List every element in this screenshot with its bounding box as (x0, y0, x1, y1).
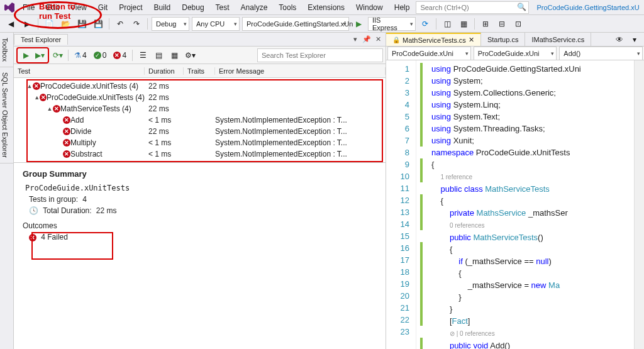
summary-failed: ✕ 4 Failed (29, 233, 377, 241)
fail-count[interactable]: ✕4 (111, 51, 129, 60)
col-error[interactable]: Error Message (215, 67, 386, 75)
search-icon: 🔍 (517, 3, 526, 11)
vs-logo-icon (4, 2, 16, 13)
undo-button[interactable]: ↶ (113, 17, 127, 31)
document-tabs: 🔒MathServiceTests.cs ✕Startup.csIMathsSe… (386, 33, 644, 47)
menu-help[interactable]: Help (389, 2, 415, 13)
toolbar-btn-4[interactable]: ⊟ (495, 17, 509, 31)
redo-button[interactable]: ↷ (130, 17, 143, 31)
test-tree: ▲✕ ProCodeGuide.xUnitTests (4)22 ms▲✕ Pr… (14, 78, 386, 162)
menu-extensions[interactable]: Extensions (303, 2, 350, 13)
menu-analyze[interactable]: Analyze (236, 2, 273, 13)
menu-tools[interactable]: Tools (274, 2, 301, 13)
platform-combo[interactable]: Any CPU (192, 17, 240, 31)
test-row[interactable]: ✕ Add< 1 msSystem.NotImplementedExceptio… (14, 114, 386, 126)
test-columns: Test Duration Traits Error Message (14, 64, 386, 78)
code-editor[interactable]: 1234567891011121314151617181920212223 us… (386, 60, 644, 349)
group-summary: Group Summary ProCodeGuide.xUnitTests Te… (14, 162, 386, 349)
new-project-button[interactable]: 📄 (42, 17, 56, 31)
sidetab-toolbox[interactable]: Toolbox (0, 33, 13, 67)
col-duration[interactable]: Duration (145, 67, 184, 75)
group-by-icon[interactable]: ☰ (136, 48, 150, 62)
menu-debug[interactable]: Debug (177, 2, 209, 13)
menu-edit[interactable]: Edit (41, 2, 64, 13)
nav-bar: ProCodeGuide.xUni ProCodeGuide.xUni Add(… (386, 47, 644, 60)
test-row[interactable]: ✕ Multiply< 1 msSystem.NotImplementedExc… (14, 137, 386, 148)
run-target-combo[interactable]: IIS Express (368, 17, 416, 31)
fail-icon: ✕ (33, 82, 40, 90)
dropdown-icon[interactable]: ▾ (350, 35, 360, 43)
repeat-icon[interactable]: ⟳▾ (51, 48, 65, 62)
flask-count[interactable]: ⚗4 (72, 51, 89, 60)
editor-panel: 🔒MathServiceTests.cs ✕Startup.csIMathsSe… (386, 33, 644, 349)
main-toolbar: ◀ ▶ 📄 📂 💾 💾 ↶ ↷ Debug Any CPU ProCodeGui… (0, 15, 644, 33)
nav-namespace[interactable]: ProCodeGuide.xUni (387, 47, 471, 60)
save-all-button[interactable]: 💾 (91, 17, 105, 31)
close-tab-icon[interactable]: ✕ (469, 36, 474, 44)
run-all-tests-button[interactable]: ▶ (19, 48, 33, 62)
doc-tab[interactable]: Startup.cs (481, 33, 526, 46)
menu-git[interactable]: Git (93, 2, 113, 13)
playlist-icon[interactable]: ▦ (167, 48, 181, 62)
summary-outcomes: Outcomes (23, 221, 377, 230)
toolbar-btn-1[interactable]: ◫ (440, 17, 454, 31)
close-icon[interactable]: ✕ (373, 35, 383, 43)
settings-icon[interactable]: ⚙▾ (183, 48, 197, 62)
menu-view[interactable]: View (65, 2, 92, 13)
summary-heading: Group Summary (23, 169, 377, 179)
summary-title: ProCodeGuide.xUnitTests (25, 184, 377, 192)
col-traits[interactable]: Traits (184, 67, 215, 75)
side-tab-strip: Toolbox SQL Server Object Explorer (0, 33, 14, 349)
col-test[interactable]: Test (14, 67, 145, 75)
fail-icon: ✕ (63, 128, 70, 135)
toolbar-btn-3[interactable]: ⊞ (479, 17, 492, 31)
quick-search[interactable]: 🔍 (416, 1, 529, 14)
fail-icon: ✕ (63, 150, 70, 158)
nav-back-button[interactable]: ◀ (4, 17, 18, 31)
preview-icon[interactable]: 👁 (613, 33, 626, 47)
list-icon[interactable]: ▤ (152, 48, 165, 62)
run-tests-dropdown[interactable]: ▶▾ (33, 48, 47, 62)
summary-tests: Tests in group: 4 (29, 195, 377, 204)
config-combo[interactable]: Debug (152, 17, 189, 31)
more-tabs-icon[interactable]: ▾ (628, 33, 641, 47)
solution-name: ProCodeGuide.GettingStarted.xU (536, 4, 639, 11)
pass-count[interactable]: ✓0 (91, 51, 109, 60)
menu-bar: FileEditViewGitProjectBuildDebugTestAnal… (0, 0, 644, 15)
test-search-input[interactable] (257, 48, 383, 62)
toolbar-btn-5[interactable]: ⊡ (511, 17, 525, 31)
doc-tab[interactable]: 🔒MathServiceTests.cs ✕ (386, 33, 481, 46)
search-input[interactable] (416, 1, 529, 14)
refresh-icon[interactable]: ⟳ (418, 17, 432, 31)
run-button[interactable]: ▶ (352, 17, 365, 31)
vertical-scrollbar[interactable] (634, 60, 644, 349)
test-row[interactable]: ▲✕ ProCodeGuide.xUnitTests (4)22 ms (14, 80, 386, 92)
save-button[interactable]: 💾 (75, 17, 89, 31)
summary-duration: 🕓 Total Duration: 22 ms (29, 206, 377, 215)
test-row[interactable]: ✕ Divide22 msSystem.NotImplementedExcept… (14, 126, 386, 137)
toolbar-btn-2[interactable]: ▦ (457, 17, 470, 31)
sidetab-sql[interactable]: SQL Server Object Explorer (0, 67, 13, 163)
menu-window[interactable]: Window (351, 2, 388, 13)
menu-project[interactable]: Project (114, 2, 147, 13)
fail-icon: ✕ (63, 139, 70, 147)
pin-icon[interactable]: 📌 (362, 35, 372, 43)
test-explorer-toolbar: ▶ ▶▾ ⟳▾ ⚗4 ✓0 ✕4 ☰ ▤ ▦ ⚙▾ (14, 47, 386, 64)
doc-tab[interactable]: IMathsService.cs (525, 33, 591, 46)
open-button[interactable]: 📂 (58, 17, 72, 31)
nav-fwd-button[interactable]: ▶ (20, 17, 34, 31)
lock-icon: 🔒 (392, 36, 400, 43)
menu-file[interactable]: File (18, 2, 40, 13)
menu-test[interactable]: Test (211, 2, 235, 13)
test-explorer-panel: Test Explorer ▾ 📌 ✕ ▶ ▶▾ ⟳▾ ⚗4 ✓0 ✕4 ☰ ▤… (14, 33, 386, 349)
fail-icon: ✕ (40, 94, 47, 101)
fail-icon: ✕ (53, 105, 60, 113)
test-explorer-tab[interactable]: Test Explorer (14, 34, 68, 45)
test-row[interactable]: ▲✕ ProCodeGuide.xUnitTests (4)22 ms (14, 92, 386, 103)
menu-build[interactable]: Build (149, 2, 176, 13)
nav-member[interactable]: Add() (559, 47, 643, 60)
test-row[interactable]: ▲✕ MathServiceTests (4)22 ms (14, 103, 386, 114)
nav-class[interactable]: ProCodeGuide.xUni (474, 47, 557, 60)
startup-project-combo[interactable]: ProCodeGuide.GettingStarted.xUn (242, 17, 349, 31)
test-row[interactable]: ✕ Substract< 1 msSystem.NotImplementedEx… (14, 148, 386, 160)
